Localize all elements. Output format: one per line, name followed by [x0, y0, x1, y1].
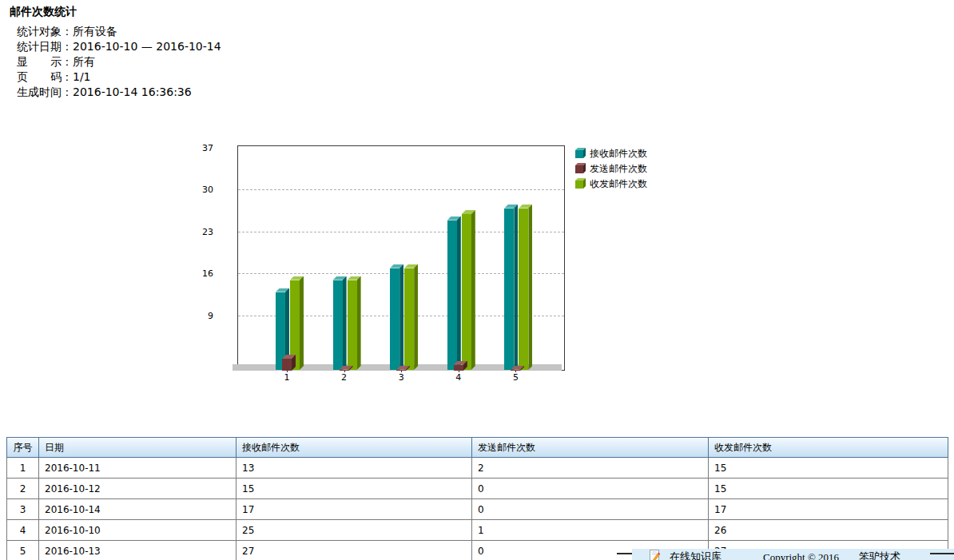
- legend-label: 发送邮件次数: [590, 162, 647, 176]
- legend-item: 接收邮件次数: [575, 146, 647, 161]
- bar-side-face: [528, 205, 532, 371]
- bar-front-face: [396, 370, 406, 371]
- bar-side-face: [471, 210, 475, 370]
- y-axis-label: 30: [173, 185, 213, 195]
- table-row: 42016-10-1025126: [7, 520, 948, 541]
- chart-gridline: [238, 189, 564, 190]
- legend-swatch: [575, 177, 586, 192]
- table-row: 32016-10-1417017: [7, 499, 948, 520]
- knowledge-base-link[interactable]: 在线知识库: [670, 549, 721, 560]
- bar-received-3: [390, 264, 403, 371]
- table-cell: 5: [7, 541, 39, 560]
- bar-side-face: [343, 276, 347, 371]
- footer-bar: 在线知识库 Copyright © 2016 笨驴技术: [632, 549, 954, 560]
- x-axis-label: 4: [449, 372, 468, 383]
- bar-received-4: [447, 216, 461, 371]
- table-cell: 13: [237, 458, 472, 479]
- table-cell: 2: [7, 479, 39, 499]
- y-axis-label: 23: [173, 227, 213, 237]
- bar-total-5: [519, 205, 532, 371]
- table-cell: 2016-10-14: [39, 499, 237, 520]
- legend-swatch: [575, 146, 586, 161]
- table-header-cell: 收发邮件次数: [709, 438, 948, 458]
- table-row: 22016-10-1215015: [7, 479, 948, 499]
- y-axis-label: 9: [173, 311, 213, 321]
- footer-rule-right: [930, 553, 954, 554]
- company-name: 笨驴技术: [859, 549, 900, 560]
- bar-total-4: [462, 210, 475, 370]
- table-header-cell: 接收邮件次数: [237, 438, 472, 458]
- table-cell: 15: [709, 458, 948, 479]
- table-row: 12016-10-1113215: [7, 458, 948, 479]
- chart-plot-area: 12345: [237, 145, 565, 371]
- bar-side-face: [357, 276, 361, 371]
- table-header-cell: 发送邮件次数: [472, 438, 709, 458]
- table-cell: 2016-10-10: [39, 520, 237, 541]
- table-cell: 2016-10-12: [39, 479, 237, 499]
- bar-received-2: [333, 276, 347, 371]
- table-cell: 17: [237, 499, 472, 520]
- bar-front-face: [511, 370, 520, 371]
- bar-sent-1: [282, 355, 296, 371]
- table-header: 序号日期接收邮件次数发送邮件次数收发邮件次数: [7, 438, 948, 458]
- table-cell: 27: [237, 541, 472, 560]
- bar-total-2: [348, 276, 361, 371]
- bar-side-face: [414, 264, 418, 371]
- data-table: 序号日期接收邮件次数发送邮件次数收发邮件次数 12016-10-11132152…: [6, 437, 948, 560]
- table-cell: 2: [472, 458, 709, 479]
- bar-front-face: [454, 365, 463, 371]
- table-cell: 26: [709, 520, 948, 541]
- table-cell: 15: [237, 479, 472, 499]
- table-cell: 0: [472, 499, 709, 520]
- bar-side-face: [300, 276, 304, 371]
- table-cell: 1: [472, 520, 709, 541]
- bar-side-face: [399, 264, 403, 371]
- table-cell: 15: [709, 479, 948, 499]
- table-cell: 2016-10-13: [39, 541, 237, 560]
- bar-side-face: [457, 216, 461, 371]
- bar-sent-5: [511, 366, 524, 371]
- bar-sent-3: [396, 366, 410, 371]
- y-axis-label: 37: [173, 143, 213, 153]
- bar-sent-2: [340, 366, 353, 371]
- bar-front-face: [462, 214, 471, 370]
- x-axis-label: 1: [277, 372, 296, 383]
- table-cell: 0: [472, 479, 709, 499]
- bar-front-face: [504, 209, 514, 371]
- copyright-text: Copyright © 2016: [763, 549, 839, 560]
- table-cell: 4: [7, 520, 39, 541]
- knowledge-base-icon: [649, 549, 661, 560]
- table-header-cell: 日期: [39, 438, 237, 458]
- x-axis-label: 3: [392, 372, 411, 383]
- bar-sent-4: [454, 361, 467, 371]
- legend-label: 收发邮件次数: [590, 177, 647, 191]
- bar-front-face: [519, 209, 528, 371]
- bar-front-face: [348, 280, 357, 371]
- table-cell: 25: [237, 520, 472, 541]
- bar-front-face: [282, 359, 292, 371]
- bar-front-face: [333, 280, 343, 371]
- legend-swatch: [575, 161, 586, 177]
- bar-front-face: [447, 220, 457, 371]
- chart-legend: 接收邮件次数发送邮件次数收发邮件次数: [575, 146, 647, 192]
- table-header-cell: 序号: [7, 438, 39, 458]
- bar-front-face: [340, 370, 349, 371]
- bar-total-3: [404, 264, 418, 371]
- bar-received-5: [504, 205, 518, 371]
- table-cell: 2016-10-11: [39, 458, 237, 479]
- legend-item: 发送邮件次数: [575, 161, 647, 177]
- x-axis-label: 2: [335, 372, 354, 383]
- table-cell: 17: [709, 499, 948, 520]
- x-axis-label: 5: [506, 372, 525, 383]
- legend-item: 收发邮件次数: [575, 177, 647, 192]
- legend-label: 接收邮件次数: [590, 147, 647, 161]
- bar-side-face: [514, 205, 518, 371]
- table-cell: 3: [7, 499, 39, 520]
- bar-front-face: [404, 268, 414, 371]
- bar-front-face: [390, 268, 399, 371]
- footer-rule-left: [617, 553, 632, 554]
- y-axis-label: 16: [173, 268, 213, 279]
- table-cell: 1: [7, 458, 39, 479]
